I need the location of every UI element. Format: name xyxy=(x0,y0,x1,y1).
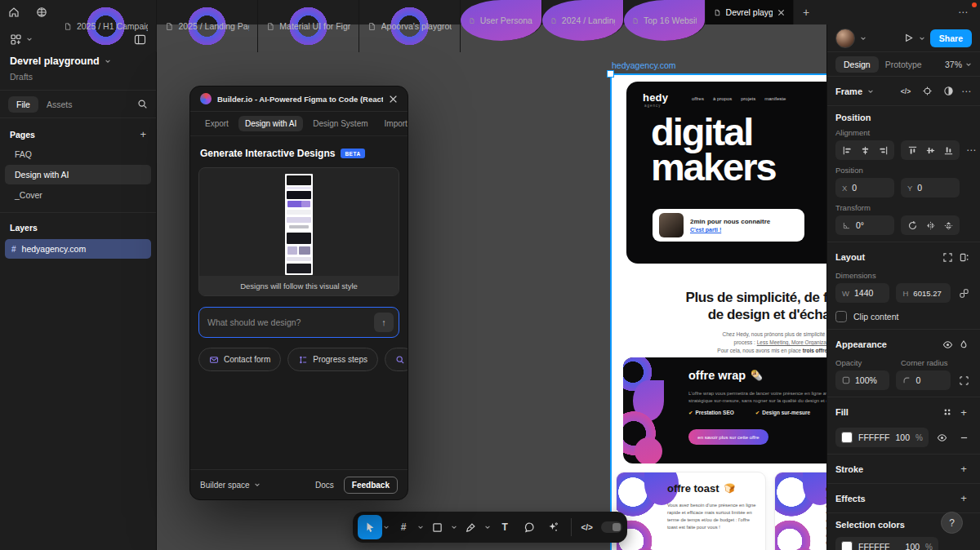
opacity-field[interactable]: 100% xyxy=(835,370,889,390)
chip-progress-steps[interactable]: Progress steps xyxy=(287,348,378,371)
tab-prototype[interactable]: Prototype xyxy=(885,60,922,69)
avatar[interactable] xyxy=(835,29,855,48)
align-h-center-icon[interactable] xyxy=(857,142,873,158)
page-item-design-with-ai[interactable]: Design with AI xyxy=(5,165,151,184)
align-top-icon[interactable] xyxy=(904,142,920,158)
present-icon[interactable] xyxy=(903,33,914,43)
auto-layout-icon[interactable] xyxy=(956,249,972,265)
flip-vertical-icon[interactable] xyxy=(940,217,956,233)
add-fill-icon[interactable]: + xyxy=(956,404,972,420)
frame-tool[interactable]: # xyxy=(391,515,416,539)
close-plugin-icon[interactable] xyxy=(389,95,398,104)
dev-code-icon[interactable]: </> xyxy=(898,83,914,100)
shape-tool[interactable] xyxy=(425,515,450,539)
file-tab[interactable]: 2025 / Landing Pag xyxy=(157,0,258,52)
plugin-tab-export[interactable]: Export xyxy=(198,116,235,131)
tabbar-overflow-icon[interactable]: ⋯ xyxy=(958,7,969,18)
file-tab-active[interactable]: Devrel playgrou xyxy=(706,0,794,24)
builder-space-dropdown[interactable]: Builder space xyxy=(200,481,261,490)
x-position-field[interactable]: X 0 xyxy=(835,178,894,197)
selection-handle-top-left[interactable] xyxy=(607,70,614,78)
shape-tool-chevron-icon[interactable] xyxy=(449,524,459,530)
feedback-button[interactable]: Feedback xyxy=(344,477,398,494)
new-tab-button[interactable]: + xyxy=(794,0,818,24)
plugin-tab-design-system[interactable]: Design System xyxy=(306,116,374,131)
pen-tool-chevron-icon[interactable] xyxy=(483,524,493,530)
file-tab[interactable]: User Persona Temp xyxy=(461,0,542,41)
rotate-icon[interactable] xyxy=(904,217,920,233)
comment-tool[interactable] xyxy=(517,515,541,539)
avatar-chevron-icon[interactable] xyxy=(860,35,866,42)
move-tool[interactable] xyxy=(358,515,382,539)
align-v-middle-icon[interactable] xyxy=(922,142,938,158)
project-name-dropdown[interactable]: Devrel playground xyxy=(10,55,146,67)
docs-link[interactable]: Docs xyxy=(315,481,334,490)
page-item-faq[interactable]: FAQ xyxy=(5,144,151,164)
frame-chevron-icon[interactable] xyxy=(867,88,874,95)
dev-mode-icon[interactable]: </> xyxy=(577,515,597,539)
selection-color-swatch[interactable] xyxy=(841,541,853,550)
chip-contact-form[interactable]: Contact form xyxy=(198,348,281,371)
frame-tool-chevron-icon[interactable] xyxy=(416,524,425,530)
tab-assets[interactable]: Assets xyxy=(47,100,73,109)
file-tab[interactable]: Top 16 Websites of xyxy=(624,0,706,41)
corner-radius-field[interactable]: 0 xyxy=(896,370,950,390)
page-item-cover[interactable]: _Cover xyxy=(5,185,151,205)
dev-mode-toggle[interactable] xyxy=(601,521,622,533)
add-effect-icon[interactable]: + xyxy=(956,490,972,507)
flip-horizontal-icon[interactable] xyxy=(922,217,938,233)
remove-fill-icon[interactable] xyxy=(956,429,972,446)
resize-to-fit-icon[interactable] xyxy=(939,249,956,265)
share-button[interactable]: Share xyxy=(930,29,972,47)
fill-styles-icon[interactable] xyxy=(939,404,956,420)
visibility-eye-icon[interactable] xyxy=(939,336,956,353)
file-tab[interactable]: 2024 / Landing Pag xyxy=(542,0,624,41)
zoom-level-dropdown[interactable]: 37% xyxy=(945,60,972,69)
help-button[interactable]: ? xyxy=(941,512,963,534)
plugin-tab-import[interactable]: Import xyxy=(378,116,408,131)
move-tool-chevron-icon[interactable] xyxy=(382,524,392,530)
blend-mode-icon[interactable] xyxy=(940,83,956,100)
alignment-more-icon[interactable]: ⋯ xyxy=(966,144,977,156)
width-field[interactable]: W 1440 xyxy=(835,283,889,303)
submit-prompt-button[interactable]: ↑ xyxy=(374,313,394,332)
search-icon[interactable] xyxy=(137,99,148,109)
layer-row-hedyagency[interactable]: # hedyagency.com xyxy=(5,239,151,259)
present-chevron-icon[interactable] xyxy=(919,35,925,42)
tab-file[interactable]: File xyxy=(8,96,38,113)
plugin-tab-design-with-ai[interactable]: Design with AI xyxy=(238,116,303,131)
file-tab[interactable]: Material UI for Figm xyxy=(258,0,359,52)
y-position-field[interactable]: Y 0 xyxy=(901,178,960,197)
component-target-icon[interactable] xyxy=(919,83,935,100)
community-icon[interactable] xyxy=(28,0,56,24)
file-tab[interactable]: 2025 / H1 Campaign xyxy=(56,0,157,52)
main-menu-icon[interactable] xyxy=(10,33,33,46)
frame-type-dropdown[interactable]: Frame xyxy=(835,86,862,96)
rotation-field[interactable]: 0° xyxy=(835,215,894,235)
file-tab[interactable]: Apoorva's playgrou xyxy=(359,0,461,52)
pen-tool[interactable] xyxy=(459,515,483,539)
fill-color-swatch[interactable] xyxy=(841,432,853,443)
align-right-icon[interactable] xyxy=(875,142,891,158)
fill-color-field[interactable]: FFFFFF 100 % xyxy=(835,428,929,447)
clip-content-checkbox[interactable] xyxy=(835,311,847,322)
opacity-droplet-icon[interactable] xyxy=(956,336,972,353)
independent-corners-icon[interactable] xyxy=(957,372,972,388)
close-tab-icon[interactable] xyxy=(777,9,785,16)
add-stroke-icon[interactable]: + xyxy=(956,461,972,477)
fill-visibility-icon[interactable] xyxy=(934,429,951,446)
frame-name-label[interactable]: hedyagency.com xyxy=(612,60,676,70)
prompt-input[interactable] xyxy=(207,317,369,327)
chip-partial[interactable] xyxy=(385,348,408,371)
home-icon[interactable] xyxy=(0,0,28,24)
design-frame-hedyagency[interactable]: hedy agency offres à propos projets mani… xyxy=(612,75,826,550)
text-tool[interactable]: T xyxy=(492,515,517,539)
selection-color-field[interactable]: FFFFFF 100 % xyxy=(835,537,938,550)
align-bottom-icon[interactable] xyxy=(940,142,956,158)
constrain-proportions-icon[interactable] xyxy=(957,285,972,301)
tab-design[interactable]: Design xyxy=(835,56,879,73)
align-left-icon[interactable] xyxy=(839,142,855,158)
add-page-icon[interactable]: + xyxy=(140,128,146,140)
frame-more-icon[interactable]: ⋯ xyxy=(961,86,972,97)
height-field[interactable]: H 6015.27 xyxy=(896,283,950,303)
